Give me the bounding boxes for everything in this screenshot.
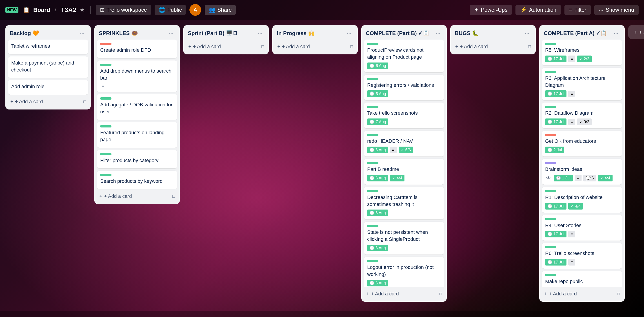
card-ca4[interactable]: Get OK from educators 🕐 2 Jul: [542, 131, 622, 156]
check-badge: ✓ 6/6: [398, 147, 413, 153]
automation-button[interactable]: ⚡ Automation: [516, 5, 561, 15]
list-sprinkles: SPRINKLES 🍩 ··· Create admin role DFD Ad…: [94, 25, 180, 204]
desc-badge: ≡: [568, 231, 575, 237]
card-ca2[interactable]: R3: Application Architecture Diagram 🕐 1…: [542, 68, 622, 101]
add-list-button[interactable]: + + Add another list: [628, 25, 644, 39]
card-ca8[interactable]: R6: Trello screenshots 🕐 17 Jul ≡: [542, 243, 622, 269]
show-menu-label: Show menu: [606, 7, 634, 13]
card-b1[interactable]: Tablet wireframes: [8, 40, 88, 54]
card-cb5[interactable]: Part B readme 🕐 6 Aug ✓ 4/4: [364, 159, 444, 185]
card-cb7[interactable]: State is not persistent when clicking a …: [364, 222, 444, 254]
card-cb1-title: ProductPreview cards not aligning on Pro…: [367, 47, 441, 61]
card-s3[interactable]: Featured products on landing page: [97, 122, 177, 148]
list-complete-b-add-card[interactable]: + + Add a card □: [364, 289, 444, 298]
card-ca7-title: R4: User Stories: [545, 222, 619, 229]
plus-icon: +: [366, 291, 369, 297]
desc-badge: ≡: [390, 147, 397, 153]
card-ca5[interactable]: Brainstorm ideas 👁 🕐 1 Jul ≡ 💬 6 ✓ 4/4: [542, 159, 622, 185]
avatar[interactable]: A: [190, 4, 201, 16]
card-s0[interactable]: Create admin role DFD: [97, 40, 177, 58]
card-cb7-label: [367, 225, 378, 227]
desc-badge: ≡: [574, 175, 582, 181]
list-in-progress-menu-button[interactable]: ···: [345, 29, 353, 37]
filter-icon: ≡: [569, 7, 572, 13]
list-complete-a-menu-button[interactable]: ···: [612, 29, 620, 37]
list-backlog-menu-button[interactable]: ···: [78, 29, 86, 37]
card-ca9[interactable]: Make repo public 🕐 17 Jul: [542, 271, 622, 287]
power-ups-button[interactable]: ✦ Power-Ups: [470, 5, 512, 15]
date-badge: 🕐 17 Jul: [545, 119, 566, 125]
card-ca1-title: R5: Wireframes: [545, 47, 619, 54]
list-sprinkles-cards: Create admin role DFD Add drop down menu…: [94, 40, 180, 189]
list-sprint-b-title: Sprint (Part B) 🖥️🗒: [188, 30, 256, 37]
date-badge: 🕐 6 Aug: [367, 209, 388, 216]
bottom-scrollbar[interactable]: [0, 311, 644, 317]
card-cb3[interactable]: Take trello screenshots 🕐 7 Aug: [364, 103, 444, 128]
visibility-button[interactable]: 🌐 Public: [154, 5, 186, 15]
card-cb4-title: redo HEADER / NAV: [367, 138, 441, 145]
card-ca5-label: [545, 162, 556, 164]
date-badge: 🕐 2 Jul: [545, 147, 564, 153]
card-cb6[interactable]: Decreasing CartItem is sometimes trashin…: [364, 187, 444, 220]
star-icon[interactable]: ★: [80, 7, 85, 13]
list-complete-a-cards: R5: Wireframes 🕐 17 Jul ≡ ✓ 2/2 R3: Appl…: [539, 40, 625, 287]
card-ca1-badges: 🕐 17 Jul ≡ ✓ 2/2: [545, 56, 619, 62]
card-ca3[interactable]: R2: Dataflow Diagram 🕐 17 Jul ≡ ✓ 0/2: [542, 103, 622, 128]
card-ca2-title: R3: Application Architecture Diagram: [545, 75, 619, 89]
list-sprint-b-menu-button[interactable]: ···: [256, 29, 264, 37]
list-in-progress-add-card[interactable]: + + Add a card □: [275, 42, 355, 51]
list-bugs-menu-button[interactable]: ···: [523, 29, 531, 37]
card-s1-desc: ≡: [100, 83, 174, 89]
card-ca1[interactable]: R5: Wireframes 🕐 17 Jul ≡ ✓ 2/2: [542, 40, 622, 65]
card-cb2-badges: 🕐 6 Aug: [367, 90, 441, 97]
card-cb4[interactable]: redo HEADER / NAV 🕐 6 Aug ≡ ✓ 6/6: [364, 131, 444, 156]
list-in-progress: In Progress 🙌 ··· + + Add a card □: [272, 25, 358, 54]
card-cb2[interactable]: Registering errors / valdiations 🕐 6 Aug: [364, 75, 444, 101]
card-s5-title: Search products by keyword: [100, 178, 174, 185]
workspace-dropdown[interactable]: Board: [33, 7, 50, 14]
card-ca6-badges: 🕐 17 Jul ✓ 4/4: [545, 203, 619, 209]
template-icon: □: [261, 44, 264, 49]
card-s2[interactable]: Add agegate / DOB validation for user: [97, 94, 177, 120]
workspace-button[interactable]: ⊞ Trello workspace: [96, 5, 151, 15]
list-backlog-add-card[interactable]: + + Add a card □: [8, 97, 88, 106]
date-badge: 🕐 6 Aug: [367, 280, 388, 286]
show-menu-button[interactable]: ··· Show menu: [594, 5, 638, 15]
list-sprint-b-add-card[interactable]: + + Add a card □: [186, 42, 266, 51]
card-b2-title: Make a payment (stripe) and checkout: [11, 60, 85, 74]
card-cb6-title: Decreasing CartItem is sometimes trashin…: [367, 194, 441, 208]
add-card-label: + Add a card: [104, 193, 132, 199]
share-label: Share: [217, 7, 232, 13]
list-sprinkles-add-card[interactable]: + + Add a card □: [97, 192, 177, 201]
card-s4[interactable]: Filter products by category: [97, 150, 177, 169]
filter-button[interactable]: ≡ Filter: [564, 5, 591, 15]
card-cb8-badges: 🕐 6 Aug: [367, 280, 441, 286]
desc-badge: ≡: [568, 91, 575, 97]
card-ca1-label: [545, 43, 556, 45]
list-bugs-add-card[interactable]: + + Add a card □: [453, 42, 533, 51]
card-cb8[interactable]: Logout error in production (not working)…: [364, 257, 444, 287]
card-cb1[interactable]: ProductPreview cards not aligning on Pro…: [364, 40, 444, 72]
globe-icon: 🌐: [159, 7, 166, 13]
card-s1[interactable]: Add drop down menus to search bar ≡: [97, 61, 177, 92]
list-complete-a-add-card[interactable]: + + Add a card □: [542, 289, 622, 298]
list-complete-b-menu-button[interactable]: ···: [434, 29, 442, 37]
card-ca6[interactable]: R1: Description of website 🕐 17 Jul ✓ 4/…: [542, 187, 622, 213]
plus-icon: +: [634, 29, 637, 35]
card-ca7[interactable]: R4: User Stories 🕐 17 Jul ≡: [542, 215, 622, 241]
date-badge: 🕐 17 Jul: [545, 203, 566, 209]
template-icon: □: [439, 291, 442, 296]
card-b3[interactable]: Add admin role: [8, 80, 88, 95]
card-cb2-label: [367, 78, 378, 80]
list-bugs-title: BUGS 🐛: [455, 30, 523, 37]
desc-badge: ≡: [568, 56, 575, 62]
card-s5[interactable]: Search products by keyword: [97, 171, 177, 189]
share-button[interactable]: 👥 Share: [205, 5, 236, 15]
card-cb7-title: State is not persistent when clicking a …: [367, 229, 441, 243]
board-type-icon: 📋: [23, 7, 30, 13]
list-backlog-footer: + + Add a card □: [6, 95, 91, 110]
share-icon: 👥: [209, 7, 216, 13]
check-badge: ✓ 4/4: [568, 203, 583, 209]
list-sprinkles-menu-button[interactable]: ···: [167, 29, 175, 37]
card-b2[interactable]: Make a payment (stripe) and checkout: [8, 57, 88, 78]
